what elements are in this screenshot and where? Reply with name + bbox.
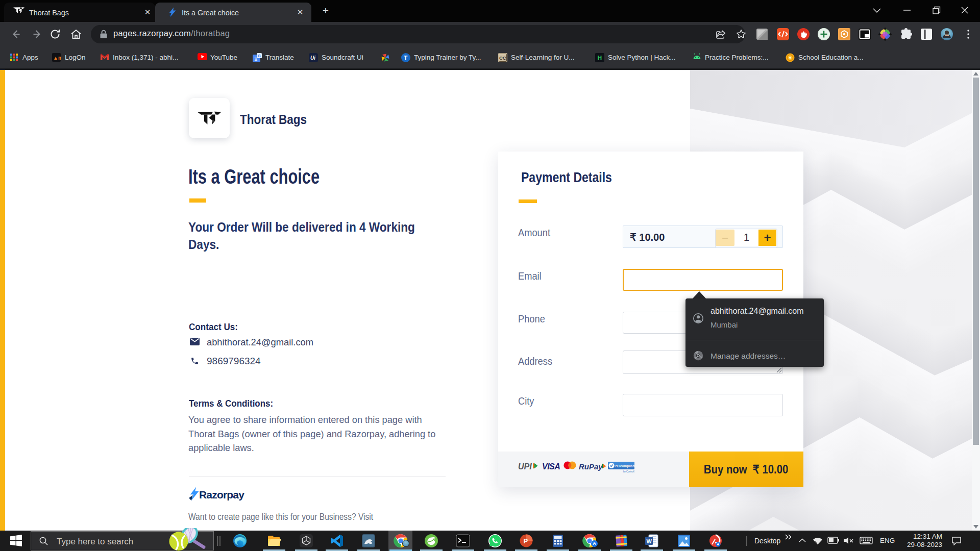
svg-text:CC: CC xyxy=(499,55,506,61)
svg-text:P: P xyxy=(524,537,528,545)
svg-text:文: 文 xyxy=(254,57,258,62)
svg-text:T: T xyxy=(404,55,408,62)
svg-text:H: H xyxy=(598,55,602,62)
svg-text:by ControlCase: by ControlCase xyxy=(623,470,634,473)
svg-text:PCIcompliant: PCIcompliant xyxy=(615,464,634,468)
svg-text:▲m: ▲m xyxy=(53,55,61,61)
svg-text:Ui: Ui xyxy=(310,55,315,61)
svg-text:Razorpay: Razorpay xyxy=(199,489,244,500)
svg-text:W: W xyxy=(647,538,652,544)
